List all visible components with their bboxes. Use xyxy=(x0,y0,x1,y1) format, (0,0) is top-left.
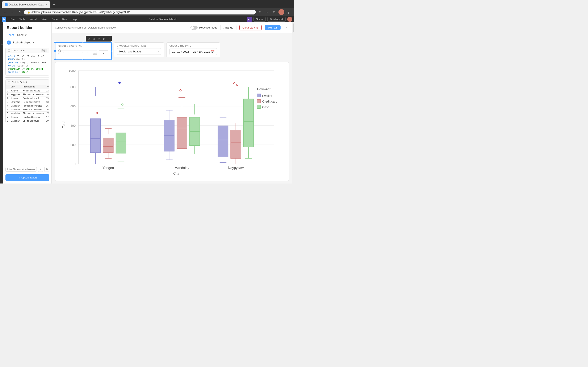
tab-close-icon[interactable]: × xyxy=(46,3,47,6)
extensions-button[interactable]: ⧉ xyxy=(271,9,277,15)
date-from-month: 10 xyxy=(177,50,180,53)
update-report-button[interactable]: ⬆ Update report xyxy=(5,174,49,181)
resize-handle-mr[interactable] xyxy=(111,50,112,52)
resize-handle-tr[interactable] xyxy=(111,42,112,43)
table-cell-city: Yangon xyxy=(9,115,22,119)
right-scrollbar[interactable] xyxy=(292,22,294,184)
bookmark-button[interactable]: ☆ xyxy=(264,9,270,15)
cell1-output-title: Cell 1 - Output xyxy=(12,81,27,83)
code-scrollbar[interactable] xyxy=(5,77,49,78)
toolbar-more-button[interactable]: ··· xyxy=(106,36,111,41)
app-logo: D xyxy=(2,17,6,22)
table-cell-city: Mandalay xyxy=(9,112,22,115)
tab-sheet[interactable]: Sheet xyxy=(7,32,14,38)
table-cell-total: 18969.0 xyxy=(45,93,49,96)
menu-item-view[interactable]: View xyxy=(39,17,49,21)
browser-tab-active[interactable]: Datalore Demo notebook (Dat... × xyxy=(2,1,50,8)
resize-handle-ml[interactable] xyxy=(54,50,56,52)
resize-handle-tl[interactable] xyxy=(54,42,56,43)
table-cell-idx: 4 xyxy=(6,104,9,108)
table-row: 5MandalayFashion accessories16413.0265.0 xyxy=(6,108,49,112)
lock-icon: 🔒 xyxy=(27,11,30,14)
nav-refresh-button[interactable]: ↻ xyxy=(17,9,23,15)
date-range-sep: - xyxy=(190,50,191,53)
slider-track-wrapper[interactable]: 0 1000 xyxy=(58,49,97,57)
svg-point-36 xyxy=(118,82,121,84)
resize-handle-tc[interactable] xyxy=(83,42,84,43)
user-avatar[interactable] xyxy=(287,17,292,22)
product-label: CHOOSE A PRODUCT LINE xyxy=(117,45,161,47)
svg-point-49 xyxy=(180,90,181,91)
new-tab-button[interactable]: + xyxy=(51,1,57,8)
share-icon-button[interactable]: ⬆ xyxy=(257,9,263,15)
table-cell-idx: 0 xyxy=(6,89,9,93)
menu-item-run[interactable]: Run xyxy=(60,17,69,21)
table-cell-total: 19988.0 xyxy=(45,119,49,123)
nav-back-button[interactable]: ← xyxy=(2,9,9,15)
resize-handle-bc[interactable] xyxy=(83,59,84,60)
run-all-button[interactable]: Run all xyxy=(265,25,281,30)
cell1-badge: SQL xyxy=(41,49,47,52)
share-button[interactable]: Share xyxy=(253,17,266,22)
col-header-idx xyxy=(6,85,9,89)
cell1-output-indicator xyxy=(8,81,10,83)
reactive-mode-toggle[interactable]: Reactive mode xyxy=(190,26,217,30)
table-cell-city: Mandalay xyxy=(9,119,22,123)
date-sep3: / xyxy=(197,50,198,53)
close-panel-button[interactable]: × xyxy=(284,25,289,30)
dropdown-arrow-icon: ▾ xyxy=(157,50,159,53)
arrange-button[interactable]: Arrange xyxy=(220,25,236,30)
ai-button[interactable]: AI xyxy=(247,17,252,22)
update-report-label: Update report xyxy=(21,176,37,179)
table-cell-idx: 1 xyxy=(6,93,9,96)
toolbar-grid2-button[interactable]: ▤ xyxy=(91,36,96,41)
col-header-product: Product line xyxy=(22,85,45,89)
nav-forward-button[interactable]: → xyxy=(10,9,16,15)
build-report-button[interactable]: Build report xyxy=(267,17,285,22)
toolbar-delete-button[interactable]: 🗑 xyxy=(101,36,106,41)
url-copy-button[interactable]: ⧉ xyxy=(44,167,49,172)
table-cell-product: Food and beverages xyxy=(22,104,45,108)
notebook-title: Datalore Demo notebook xyxy=(149,18,177,21)
url-input[interactable] xyxy=(5,167,37,172)
svg-rect-29 xyxy=(116,133,126,153)
nav-bar: ← → ↻ 🔒 datalore.jetbrains.com/notebook/… xyxy=(0,8,294,16)
cells-count-arrow[interactable]: ▾ xyxy=(33,41,34,44)
svg-text:Naypyitaw: Naypyitaw xyxy=(228,166,244,170)
table-cell-idx: 3 xyxy=(6,100,9,104)
menu-item-kernel[interactable]: Kernel xyxy=(27,17,39,21)
profile-button[interactable] xyxy=(278,9,284,15)
toolbar-copy-button[interactable]: ⧉ xyxy=(96,36,101,41)
svg-text:600: 600 xyxy=(70,105,76,108)
table-row: 3NaypyitawHome and lifestyle13896.0309.0 xyxy=(6,100,49,104)
product-dropdown[interactable]: Health and beauty ▾ xyxy=(117,48,161,55)
resize-handle-br[interactable] xyxy=(111,59,112,60)
resize-handle-bl[interactable] xyxy=(54,59,56,60)
svg-point-34 xyxy=(121,104,123,105)
svg-text:400: 400 xyxy=(70,124,76,127)
table-cell-idx: 6 xyxy=(6,112,9,115)
clear-canvas-button[interactable]: Clear canvas xyxy=(239,25,262,30)
browser-chrome: Datalore Demo notebook (Dat... × + xyxy=(0,0,294,8)
scrollbar-thumb[interactable] xyxy=(293,24,294,32)
left-strip xyxy=(0,22,3,184)
menu-button[interactable]: ⋮ xyxy=(285,9,292,15)
toolbar-grid-button[interactable]: ⊞ xyxy=(86,36,91,41)
menu-item-tools[interactable]: Tools xyxy=(17,17,27,21)
svg-text:800: 800 xyxy=(70,85,76,89)
date-from-year: 2022 xyxy=(183,50,189,53)
tab-sheet2[interactable]: Sheet 2 xyxy=(17,32,27,38)
svg-text:Payment: Payment xyxy=(257,87,270,91)
menu-item-code[interactable]: Code xyxy=(50,17,60,21)
address-bar[interactable]: 🔒 datalore.jetbrains.com/notebook/0k5R4A… xyxy=(24,10,256,15)
menu-item-help[interactable]: Help xyxy=(69,17,79,21)
reactive-mode-label: Reactive mode xyxy=(199,26,217,29)
slider-thumb[interactable] xyxy=(58,50,61,52)
slider-widget-wrapper: ⊞ ▤ ⧉ 🗑 ··· CHOOSE MAX TOTAL xyxy=(55,42,112,59)
slider-value-input[interactable] xyxy=(99,50,108,55)
date-range-display[interactable]: 01 / 10 / 2022 - 22 / 10 / 2022 📅 xyxy=(169,48,217,55)
table-cell-city: Yangon xyxy=(9,89,22,93)
toggle-switch[interactable] xyxy=(190,26,198,30)
url-open-button[interactable]: ↗ xyxy=(38,167,43,172)
menu-item-file[interactable]: File xyxy=(9,17,17,21)
